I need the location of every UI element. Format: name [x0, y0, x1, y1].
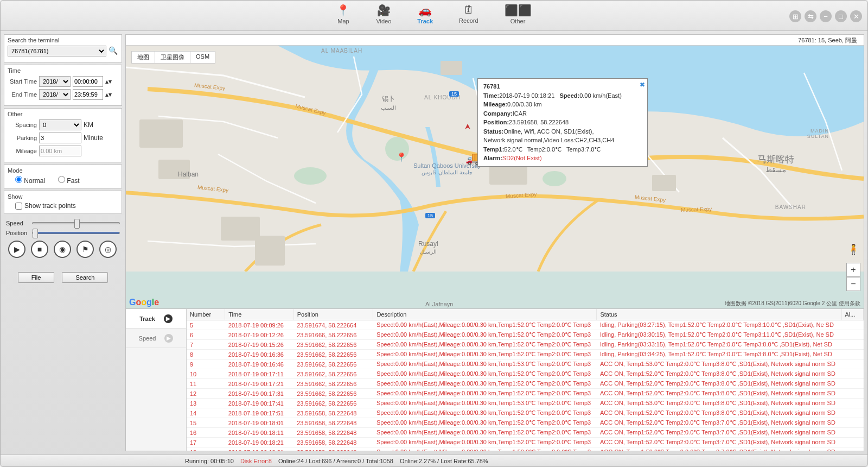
popup-title: 76781	[483, 83, 500, 90]
svg-rect-6	[441, 61, 462, 75]
tab-other[interactable]: ⬛⬛Other	[505, 4, 532, 24]
end-date-input[interactable]: 2018/ 7/19	[39, 89, 71, 100]
table-row[interactable]: 102018-07-19 00:17:1123.591662, 58.22265…	[187, 369, 864, 379]
speed-slider[interactable]	[32, 222, 120, 224]
keypad-icon[interactable]: ⊞	[789, 10, 801, 22]
search-icon[interactable]: 🔍	[108, 46, 118, 56]
column-header[interactable]: Description	[373, 309, 597, 320]
start-time-input[interactable]	[73, 76, 103, 87]
position-label: Position	[6, 230, 30, 236]
column-header[interactable]: Time	[225, 309, 293, 320]
zoom-out-button[interactable]: −	[846, 277, 860, 291]
group-title: Time	[8, 67, 118, 74]
map-pin-icon: 📍	[336, 4, 350, 17]
column-header[interactable]: Al...	[841, 309, 864, 320]
mileage-input	[39, 146, 81, 156]
lower-side-tabs: Track▶ Speed▶	[126, 309, 187, 451]
column-header[interactable]: Position	[293, 309, 373, 320]
table-row[interactable]: 182018-07-19 00:18:3123.591658, 58.22264…	[187, 447, 864, 451]
search-button[interactable]: Search	[62, 272, 108, 283]
table-row[interactable]: 142018-07-19 00:17:5123.591658, 58.22264…	[187, 408, 864, 418]
spacing-unit: KM	[84, 121, 93, 129]
video-icon: 🎥	[377, 4, 391, 17]
column-header[interactable]: Status	[597, 309, 841, 320]
play-button[interactable]: ▶	[8, 241, 25, 258]
tab-video[interactable]: 🎥Video	[376, 4, 391, 24]
pegman-icon[interactable]: 🧍	[847, 243, 859, 255]
table-row[interactable]: 112018-07-19 00:17:2123.591662, 58.22265…	[187, 379, 864, 389]
tab-label: Record	[459, 17, 478, 24]
popup-close-icon[interactable]: ✖	[640, 80, 645, 90]
table-row[interactable]: 52018-07-19 00:09:2623.591674, 58.222664…	[187, 320, 864, 330]
mode-normal-radio[interactable]: Normal	[15, 176, 45, 185]
column-header[interactable]: Number	[187, 309, 225, 320]
target-button[interactable]: ◎	[99, 241, 117, 258]
status-rates: Online:2.27% / Lost Rate:65.78%	[400, 458, 488, 464]
map-label: Halban	[178, 171, 199, 178]
position-slider[interactable]	[32, 232, 120, 234]
svg-rect-1	[139, 119, 183, 148]
track-grid[interactable]: NumberTimePositionDescriptionStatusAl...…	[187, 309, 864, 451]
side-tab-speed[interactable]: Speed▶	[126, 329, 186, 348]
window-controls: ⊞ ⇆ − □ ✕	[789, 10, 862, 22]
record-button[interactable]: ◉	[54, 241, 71, 258]
end-time-input[interactable]	[73, 89, 103, 100]
terminal-select[interactable]: 76781(76781)	[8, 46, 106, 56]
map-type-switcher: 地图 卫星图像 OSM	[131, 51, 215, 64]
show-points-checkbox[interactable]: Show track points	[8, 202, 118, 210]
map-type-osm[interactable]: OSM	[190, 52, 215, 63]
direction-arrow-icon	[464, 123, 471, 132]
table-row[interactable]: 62018-07-19 00:12:2623.591666, 58.222656…	[187, 330, 864, 340]
start-date-input[interactable]: 2018/ 7/19	[39, 76, 71, 87]
table-row[interactable]: 162018-07-19 00:18:1123.591658, 58.22264…	[187, 428, 864, 438]
tab-record[interactable]: 🗓Record	[459, 4, 478, 24]
group-title: Other	[8, 111, 118, 117]
minimize-button[interactable]: −	[820, 10, 832, 22]
route-badge: 15	[425, 213, 435, 218]
start-time-label: Start Time	[8, 78, 37, 85]
table-row[interactable]: 132018-07-19 00:17:4123.591662, 58.22265…	[187, 399, 864, 408]
svg-point-10	[542, 171, 566, 186]
mileage-label: Mileage	[8, 148, 37, 154]
svg-point-9	[294, 167, 327, 185]
parking-input[interactable]	[39, 132, 81, 143]
mode-fast-radio[interactable]: Fast	[58, 176, 80, 185]
flag-button[interactable]: ⚑	[76, 241, 94, 258]
svg-marker-11	[465, 124, 470, 129]
google-logo: Google	[129, 298, 159, 307]
stop-button[interactable]: ■	[31, 241, 48, 258]
spacing-label: Spacing	[8, 122, 37, 128]
map-canvas[interactable]: AL MAABILAH 锡卜السيب AL KHOUDH MADINSULTA…	[126, 46, 864, 308]
tab-label: Video	[376, 18, 391, 24]
table-row[interactable]: 122018-07-19 00:17:3123.591662, 58.22265…	[187, 389, 864, 399]
record-icon: 🗓	[463, 4, 474, 16]
svg-rect-5	[489, 164, 527, 185]
spinner-icon[interactable]: ▴▾	[105, 91, 112, 98]
tab-map[interactable]: 📍Map	[336, 4, 350, 24]
map-type-map[interactable]: 地图	[132, 52, 155, 63]
grid-icon: ⬛⬛	[505, 4, 532, 17]
mode-group: Mode Normal Fast	[4, 165, 122, 188]
sync-icon[interactable]: ⇆	[805, 10, 816, 22]
svg-rect-7	[652, 175, 676, 191]
close-button[interactable]: ✕	[850, 10, 862, 22]
table-row[interactable]: 172018-07-19 00:18:2123.591658, 58.22264…	[187, 438, 864, 447]
tab-label: Other	[510, 18, 526, 24]
table-row[interactable]: 72018-07-19 00:15:2623.591662, 58.222656…	[187, 340, 864, 350]
table-row[interactable]: 92018-07-19 00:16:4623.591662, 58.222656…	[187, 359, 864, 369]
tab-label: Track	[417, 18, 433, 24]
maximize-button[interactable]: □	[835, 10, 847, 22]
spacing-select[interactable]: 0	[39, 119, 81, 130]
side-tab-track[interactable]: Track▶	[126, 309, 186, 329]
map-label: Al Jafnayn	[425, 301, 453, 307]
file-button[interactable]: File	[18, 272, 55, 283]
zoom-in-button[interactable]: +	[846, 263, 860, 277]
spinner-icon[interactable]: ▴▾	[105, 78, 112, 85]
map-label: MADINSULTAN	[807, 128, 829, 139]
map-label: Rusaylالرسيل	[418, 240, 438, 255]
toolbar-tabs: 📍Map 🎥Video 🚗Track 🗓Record ⬛⬛Other	[336, 4, 531, 24]
map-type-satellite[interactable]: 卫星图像	[155, 52, 190, 63]
table-row[interactable]: 152018-07-19 00:18:0123.591658, 58.22264…	[187, 418, 864, 428]
table-row[interactable]: 82018-07-19 00:16:3623.591662, 58.222656…	[187, 350, 864, 359]
tab-track[interactable]: 🚗Track	[417, 4, 433, 24]
